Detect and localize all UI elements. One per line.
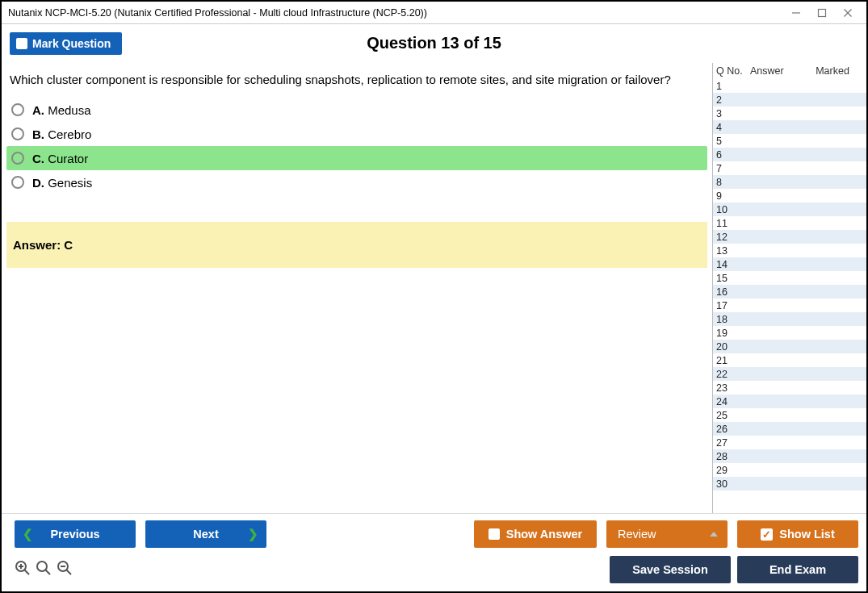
question-nav-row[interactable]: 2 xyxy=(713,93,866,106)
minimize-icon[interactable] xyxy=(790,7,802,19)
question-nav-row[interactable]: 19 xyxy=(713,326,866,340)
options-list: A. MedusaB. CerebroC. CuratorD. Genesis xyxy=(6,98,707,194)
question-number: 15 xyxy=(716,273,740,284)
titlebar: Nutanix NCP-MCI-5.20 (Nutanix Certified … xyxy=(2,2,866,24)
review-button[interactable]: Review xyxy=(606,520,728,548)
previous-label: Previous xyxy=(50,528,99,541)
svg-line-9 xyxy=(46,570,51,574)
close-icon[interactable] xyxy=(842,7,853,19)
question-number: 29 xyxy=(716,465,740,476)
question-nav-row[interactable]: 21 xyxy=(713,353,866,367)
radio-icon[interactable] xyxy=(11,103,24,116)
question-nav-row[interactable]: 24 xyxy=(713,395,866,408)
question-number: 19 xyxy=(716,328,740,339)
question-nav-row[interactable]: 30 xyxy=(713,477,866,491)
question-list[interactable]: 1234567891011121314151617181920212223242… xyxy=(713,79,866,513)
checkbox-icon xyxy=(16,38,27,49)
question-number: 9 xyxy=(716,190,740,202)
question-text: Which cluster component is responsible f… xyxy=(6,66,707,98)
question-nav-row[interactable]: 7 xyxy=(713,161,866,175)
question-number: 27 xyxy=(716,437,740,449)
question-number: 3 xyxy=(716,108,740,119)
answer-box: Answer: C xyxy=(6,222,707,268)
question-nav-row[interactable]: 5 xyxy=(713,134,866,148)
question-nav-row[interactable]: 28 xyxy=(713,449,866,463)
question-nav-row[interactable]: 17 xyxy=(713,299,866,312)
option-label: A. Medusa xyxy=(32,103,91,117)
question-number: 16 xyxy=(716,286,740,298)
next-button[interactable]: Next ❯ xyxy=(145,520,266,548)
chevron-right-icon: ❯ xyxy=(248,528,258,541)
sidebar-header: Q No. Answer Marked xyxy=(713,63,866,79)
svg-line-11 xyxy=(67,570,72,574)
svg-rect-1 xyxy=(819,9,826,16)
maximize-icon[interactable] xyxy=(816,7,828,19)
question-nav-row[interactable]: 6 xyxy=(713,148,866,161)
question-nav-row[interactable]: 23 xyxy=(713,381,866,395)
question-nav-row[interactable]: 25 xyxy=(713,408,866,422)
question-number: 4 xyxy=(716,122,740,133)
col-marked: Marked xyxy=(802,65,863,77)
window-title: Nutanix NCP-MCI-5.20 (Nutanix Certified … xyxy=(8,7,427,19)
main-area: Which cluster component is responsible f… xyxy=(2,63,866,513)
footer: ❮ Previous Next ❯ Show Answer Review ✓ S… xyxy=(2,513,866,591)
radio-icon[interactable] xyxy=(11,152,24,165)
option-c[interactable]: C. Curator xyxy=(6,146,707,170)
show-answer-button[interactable]: Show Answer xyxy=(474,520,597,548)
mark-question-button[interactable]: Mark Question xyxy=(10,32,122,55)
question-number: 13 xyxy=(716,245,740,257)
question-number: 14 xyxy=(716,259,740,270)
end-exam-button[interactable]: End Exam xyxy=(737,556,858,583)
col-answer: Answer xyxy=(750,65,802,77)
question-nav-row[interactable]: 8 xyxy=(713,175,866,189)
question-nav-row[interactable]: 29 xyxy=(713,463,866,477)
question-number: 21 xyxy=(716,355,740,366)
question-nav-row[interactable]: 11 xyxy=(713,216,866,230)
previous-button[interactable]: ❮ Previous xyxy=(15,520,136,548)
option-a[interactable]: A. Medusa xyxy=(6,98,707,122)
radio-icon[interactable] xyxy=(11,176,24,189)
save-session-button[interactable]: Save Session xyxy=(610,556,731,583)
question-nav-row[interactable]: 13 xyxy=(713,244,866,257)
question-number: 30 xyxy=(716,478,740,490)
question-number: 10 xyxy=(716,204,740,215)
question-number: 6 xyxy=(716,149,740,161)
question-nav-row[interactable]: 26 xyxy=(713,422,866,436)
option-d[interactable]: D. Genesis xyxy=(6,170,707,194)
show-list-button[interactable]: ✓ Show List xyxy=(737,520,858,548)
question-number: 18 xyxy=(716,314,740,325)
question-nav-row[interactable]: 14 xyxy=(713,257,866,271)
question-nav-row[interactable]: 9 xyxy=(713,189,866,203)
show-list-label: Show List xyxy=(779,528,834,541)
col-qno: Q No. xyxy=(716,65,750,77)
question-nav-row[interactable]: 16 xyxy=(713,285,866,299)
save-session-label: Save Session xyxy=(632,563,708,576)
question-nav-row[interactable]: 10 xyxy=(713,203,866,216)
triangle-up-icon xyxy=(710,532,718,537)
question-nav-row[interactable]: 15 xyxy=(713,271,866,285)
question-nav-row[interactable]: 27 xyxy=(713,436,866,449)
question-number: 20 xyxy=(716,341,740,353)
question-nav-row[interactable]: 20 xyxy=(713,340,866,353)
svg-line-5 xyxy=(25,570,30,574)
zoom-reset-icon[interactable] xyxy=(36,560,52,580)
question-number: 17 xyxy=(716,300,740,311)
zoom-in-icon[interactable] xyxy=(15,560,31,580)
question-nav-row[interactable]: 22 xyxy=(713,367,866,381)
zoom-out-icon[interactable] xyxy=(57,560,73,580)
question-nav-row[interactable]: 4 xyxy=(713,120,866,134)
question-nav-row[interactable]: 1 xyxy=(713,79,866,93)
question-nav-row[interactable]: 18 xyxy=(713,312,866,326)
option-label: B. Cerebro xyxy=(32,127,91,141)
radio-icon[interactable] xyxy=(11,127,24,140)
option-b[interactable]: B. Cerebro xyxy=(6,122,707,146)
question-nav-sidebar: Q No. Answer Marked 12345678910111213141… xyxy=(712,63,866,513)
question-nav-row[interactable]: 12 xyxy=(713,230,866,244)
review-label: Review xyxy=(618,528,656,541)
app-window: Nutanix NCP-MCI-5.20 (Nutanix Certified … xyxy=(0,0,868,593)
question-number: 26 xyxy=(716,424,740,435)
question-counter: Question 13 of 15 xyxy=(2,34,866,52)
option-label: C. Curator xyxy=(32,152,88,165)
question-nav-row[interactable]: 3 xyxy=(713,106,866,120)
question-number: 7 xyxy=(716,163,740,174)
